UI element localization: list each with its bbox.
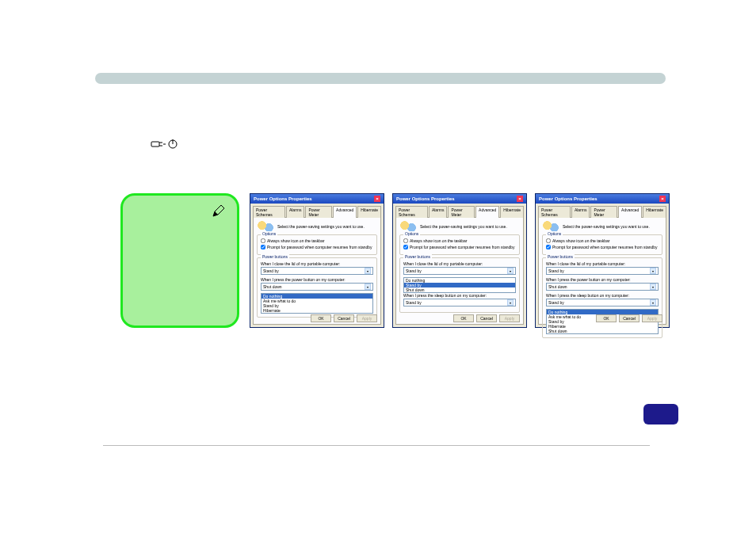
tab-advanced[interactable]: Advanced — [618, 206, 642, 218]
header-separator — [95, 73, 666, 84]
battery-plug-icon — [542, 221, 559, 232]
options-group-title: Options — [261, 231, 277, 236]
password-resume-checkbox[interactable]: Prompt for password when computer resume… — [261, 245, 373, 249]
chevron-down-icon: ▾ — [650, 268, 656, 274]
password-resume-checkbox[interactable]: Prompt for password when computer resume… — [403, 245, 516, 249]
tab-hibernate[interactable]: Hibernate — [643, 206, 666, 218]
tab-power-schemes[interactable]: Power Schemes — [538, 206, 571, 218]
section-badge — [643, 404, 678, 424]
lid-close-select[interactable]: Stand by▾ — [546, 267, 659, 275]
lid-close-label: When I close the lid of my portable comp… — [403, 261, 516, 266]
tab-power-schemes[interactable]: Power Schemes — [253, 206, 285, 218]
lid-close-label: When I close the lid of my portable comp… — [546, 261, 659, 266]
ok-button[interactable]: OK — [311, 314, 331, 322]
dialog-titlebar: Power Options Properties × — [250, 194, 384, 204]
power-group-title: Power buttons — [261, 254, 289, 259]
pencil-icon — [212, 204, 226, 222]
power-buttons-group: Power buttons When I close the lid of my… — [257, 257, 377, 318]
ok-button[interactable]: OK — [596, 314, 617, 322]
screenshots-row: Power Options Properties × Power Schemes… — [250, 193, 670, 328]
apply-button[interactable]: Apply — [642, 314, 662, 322]
dialog-titlebar: Power Options Properties × — [536, 194, 669, 204]
checkbox-label: Prompt for password when computer resume… — [552, 245, 658, 249]
dialog-titlebar: Power Options Properties × — [393, 194, 526, 204]
body-paragraph — [151, 139, 666, 151]
tab-alarms[interactable]: Alarms — [571, 206, 590, 218]
list-item[interactable]: Shut down — [547, 329, 658, 333]
tab-alarms[interactable]: Alarms — [429, 206, 448, 218]
tab-power-schemes[interactable]: Power Schemes — [395, 206, 428, 218]
list-item[interactable]: Shut down — [404, 287, 515, 292]
dialog-title-text: Power Options Properties — [396, 196, 455, 201]
sleep-button-label: When I press the sleep button on my comp… — [403, 293, 516, 298]
options-group-title: Options — [546, 231, 563, 236]
options-group: Options Always show icon on the taskbar … — [257, 234, 377, 255]
chevron-down-icon: ▾ — [507, 268, 514, 274]
battery-plug-icon — [399, 221, 417, 232]
tab-power-meter[interactable]: Power Meter — [448, 206, 475, 218]
select-value: Stand by — [263, 268, 279, 273]
cancel-button[interactable]: Cancel — [476, 314, 497, 322]
checkbox-label: Always show icon on the taskbar — [267, 238, 325, 243]
chevron-down-icon: ▾ — [507, 299, 514, 306]
power-buttons-group: Power buttons When I close the lid of my… — [542, 257, 662, 338]
close-icon[interactable]: × — [374, 196, 380, 202]
apply-button[interactable]: Apply — [357, 314, 377, 322]
select-value: Shut down — [548, 284, 567, 289]
select-value: Stand by — [406, 300, 422, 305]
dialog-button-row: OK Cancel Apply — [311, 314, 377, 322]
sleep-button-select[interactable]: Stand by▾ — [546, 299, 659, 306]
close-icon[interactable]: × — [517, 196, 523, 202]
power-button-select[interactable]: Shut down▾ — [261, 283, 373, 291]
power-button-label: When I press the power button on my comp… — [546, 277, 659, 282]
taskbar-icon-checkbox[interactable]: Always show icon on the taskbar — [403, 238, 516, 243]
checkbox-label: Prompt for password when computer resume… — [410, 245, 515, 249]
lid-close-label: When I close the lid of my portable comp… — [261, 261, 373, 266]
lid-close-select[interactable]: Stand by▾ — [261, 267, 373, 275]
instruction-text: Select the power-saving settings you wan… — [277, 224, 365, 229]
apply-button[interactable]: Apply — [499, 314, 520, 322]
tab-strip: Power Schemes Alarms Power Meter Advance… — [536, 204, 669, 217]
chevron-down-icon: ▾ — [650, 284, 656, 290]
taskbar-icon-checkbox[interactable]: Always show icon on the taskbar — [546, 238, 659, 243]
power-button-select[interactable]: Shut down▾ — [546, 283, 659, 291]
ok-button[interactable]: OK — [453, 314, 474, 322]
password-resume-checkbox[interactable]: Prompt for password when computer resume… — [546, 245, 659, 249]
close-icon[interactable]: × — [659, 196, 666, 202]
cancel-button[interactable]: Cancel — [334, 314, 354, 322]
list-item[interactable]: Hibernate — [262, 308, 372, 313]
lid-close-select[interactable]: Stand by▾ — [403, 267, 516, 275]
cancel-button[interactable]: Cancel — [619, 314, 640, 322]
options-group-title: Options — [403, 231, 420, 236]
power-options-dialog-3: Power Options Properties × Power Schemes… — [535, 193, 670, 328]
sleep-button-label: When I press the sleep button on my comp… — [546, 293, 659, 298]
checkbox-label: Always show icon on the taskbar — [552, 238, 610, 243]
chevron-down-icon: ▾ — [365, 284, 371, 290]
tab-power-meter[interactable]: Power Meter — [590, 206, 617, 218]
note-callout — [120, 193, 239, 328]
taskbar-icon-checkbox[interactable]: Always show icon on the taskbar — [261, 238, 373, 243]
select-value: Stand by — [548, 268, 564, 273]
tab-strip: Power Schemes Alarms Power Meter Advance… — [393, 204, 526, 217]
select-value: Shut down — [263, 284, 282, 289]
power-plug-icon — [151, 139, 182, 151]
lid-close-options-list[interactable]: Do nothing Stand by Shut down — [403, 277, 516, 293]
dialog-button-row: OK Cancel Apply — [453, 314, 520, 322]
power-group-title: Power buttons — [403, 254, 432, 259]
power-button-options-list[interactable]: Do nothing Ask me what to do Stand by Hi… — [261, 293, 373, 314]
options-group: Options Always show icon on the taskbar … — [542, 234, 662, 255]
chevron-down-icon: ▾ — [650, 299, 656, 306]
tab-power-meter[interactable]: Power Meter — [305, 206, 332, 218]
tab-alarms[interactable]: Alarms — [286, 206, 305, 218]
dialog-title-text: Power Options Properties — [539, 196, 598, 201]
tab-advanced[interactable]: Advanced — [475, 206, 499, 218]
tab-strip: Power Schemes Alarms Power Meter Advance… — [250, 204, 384, 217]
svg-rect-0 — [151, 142, 159, 147]
tab-hibernate[interactable]: Hibernate — [500, 206, 524, 218]
sleep-button-select[interactable]: Stand by▾ — [403, 299, 516, 306]
power-group-title: Power buttons — [546, 254, 575, 259]
checkbox-label: Always show icon on the taskbar — [410, 238, 468, 243]
tab-hibernate[interactable]: Hibernate — [357, 206, 381, 218]
tab-advanced[interactable]: Advanced — [333, 206, 357, 218]
power-button-label: When I press the power button on my comp… — [261, 277, 373, 282]
